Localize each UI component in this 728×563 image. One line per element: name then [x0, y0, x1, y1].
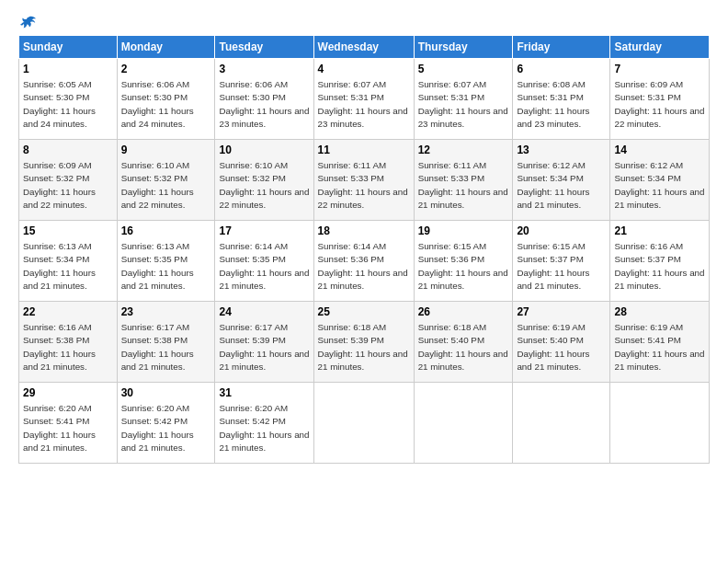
calendar-cell: 22 Sunrise: 6:16 AMSunset: 5:38 PMDaylig… — [19, 302, 118, 383]
day-number: 8 — [23, 143, 113, 157]
day-info: Sunrise: 6:17 AMSunset: 5:39 PMDaylight:… — [219, 322, 309, 372]
page: SundayMondayTuesdayWednesdayThursdayFrid… — [0, 0, 728, 563]
day-info: Sunrise: 6:19 AMSunset: 5:41 PMDaylight:… — [614, 322, 704, 372]
calendar-cell: 29 Sunrise: 6:20 AMSunset: 5:41 PMDaylig… — [19, 383, 118, 464]
calendar-cell: 27 Sunrise: 6:19 AMSunset: 5:40 PMDaylig… — [513, 302, 610, 383]
calendar-cell: 23 Sunrise: 6:17 AMSunset: 5:38 PMDaylig… — [117, 302, 215, 383]
day-number: 14 — [614, 143, 705, 157]
calendar-cell: 3 Sunrise: 6:06 AMSunset: 5:30 PMDayligh… — [215, 59, 313, 140]
header-saturday: Saturday — [610, 36, 710, 59]
day-number: 23 — [121, 304, 211, 319]
day-number: 21 — [614, 224, 705, 238]
day-info: Sunrise: 6:11 AMSunset: 5:33 PMDaylight:… — [418, 160, 508, 210]
calendar-cell: 18 Sunrise: 6:14 AMSunset: 5:36 PMDaylig… — [313, 221, 414, 302]
header — [18, 15, 710, 28]
day-number: 10 — [219, 143, 309, 157]
day-number: 30 — [121, 385, 211, 400]
day-number: 9 — [121, 143, 211, 157]
day-number: 1 — [23, 62, 113, 76]
day-info: Sunrise: 6:16 AMSunset: 5:38 PMDaylight:… — [23, 322, 96, 372]
day-info: Sunrise: 6:20 AMSunset: 5:41 PMDaylight:… — [23, 403, 96, 453]
day-info: Sunrise: 6:12 AMSunset: 5:34 PMDaylight:… — [614, 160, 704, 210]
calendar-cell: 12 Sunrise: 6:11 AMSunset: 5:33 PMDaylig… — [414, 140, 513, 221]
calendar-cell: 21 Sunrise: 6:16 AMSunset: 5:37 PMDaylig… — [610, 221, 710, 302]
calendar-cell: 24 Sunrise: 6:17 AMSunset: 5:39 PMDaylig… — [215, 302, 313, 383]
day-number: 22 — [23, 304, 113, 319]
calendar-cell: 10 Sunrise: 6:10 AMSunset: 5:32 PMDaylig… — [215, 140, 313, 221]
day-number: 26 — [418, 304, 509, 319]
header-wednesday: Wednesday — [313, 36, 414, 59]
day-number: 11 — [318, 143, 410, 157]
logo-bird-icon — [20, 15, 37, 31]
calendar-cell — [414, 383, 513, 464]
day-number: 16 — [121, 224, 211, 238]
day-info: Sunrise: 6:20 AMSunset: 5:42 PMDaylight:… — [121, 403, 194, 453]
day-info: Sunrise: 6:09 AMSunset: 5:31 PMDaylight:… — [614, 79, 704, 129]
day-number: 31 — [219, 385, 309, 400]
calendar-cell: 11 Sunrise: 6:11 AMSunset: 5:33 PMDaylig… — [313, 140, 414, 221]
calendar-cell: 14 Sunrise: 6:12 AMSunset: 5:34 PMDaylig… — [610, 140, 710, 221]
day-info: Sunrise: 6:17 AMSunset: 5:38 PMDaylight:… — [121, 322, 194, 372]
day-info: Sunrise: 6:10 AMSunset: 5:32 PMDaylight:… — [121, 160, 194, 210]
day-number: 17 — [219, 224, 309, 238]
calendar-week-2: 8 Sunrise: 6:09 AMSunset: 5:32 PMDayligh… — [19, 140, 710, 221]
calendar-body: 1 Sunrise: 6:05 AMSunset: 5:30 PMDayligh… — [19, 59, 710, 464]
day-info: Sunrise: 6:05 AMSunset: 5:30 PMDaylight:… — [23, 79, 96, 129]
day-number: 25 — [318, 304, 410, 319]
calendar-week-5: 29 Sunrise: 6:20 AMSunset: 5:41 PMDaylig… — [19, 383, 710, 464]
calendar-week-4: 22 Sunrise: 6:16 AMSunset: 5:38 PMDaylig… — [19, 302, 710, 383]
day-number: 7 — [614, 62, 705, 76]
calendar-cell: 16 Sunrise: 6:13 AMSunset: 5:35 PMDaylig… — [117, 221, 215, 302]
day-number: 12 — [418, 143, 509, 157]
day-number: 6 — [517, 62, 606, 76]
day-number: 24 — [219, 304, 309, 319]
day-number: 27 — [517, 304, 606, 319]
day-info: Sunrise: 6:08 AMSunset: 5:31 PMDaylight:… — [517, 79, 589, 129]
day-info: Sunrise: 6:07 AMSunset: 5:31 PMDaylight:… — [418, 79, 508, 129]
day-info: Sunrise: 6:19 AMSunset: 5:40 PMDaylight:… — [517, 322, 589, 372]
day-info: Sunrise: 6:09 AMSunset: 5:32 PMDaylight:… — [23, 160, 96, 210]
day-info: Sunrise: 6:06 AMSunset: 5:30 PMDaylight:… — [219, 79, 309, 129]
day-number: 19 — [418, 224, 509, 238]
day-info: Sunrise: 6:06 AMSunset: 5:30 PMDaylight:… — [121, 79, 194, 129]
day-info: Sunrise: 6:18 AMSunset: 5:39 PMDaylight:… — [318, 322, 408, 372]
day-number: 28 — [614, 304, 705, 319]
calendar-table: SundayMondayTuesdayWednesdayThursdayFrid… — [18, 35, 710, 464]
header-friday: Friday — [513, 36, 610, 59]
calendar-cell: 5 Sunrise: 6:07 AMSunset: 5:31 PMDayligh… — [414, 59, 513, 140]
day-number: 5 — [418, 62, 509, 76]
day-number: 3 — [219, 62, 309, 76]
calendar-cell: 28 Sunrise: 6:19 AMSunset: 5:41 PMDaylig… — [610, 302, 710, 383]
day-number: 4 — [318, 62, 410, 76]
calendar-cell: 7 Sunrise: 6:09 AMSunset: 5:31 PMDayligh… — [610, 59, 710, 140]
calendar-header-row: SundayMondayTuesdayWednesdayThursdayFrid… — [19, 36, 710, 59]
day-number: 20 — [517, 224, 606, 238]
calendar-cell: 6 Sunrise: 6:08 AMSunset: 5:31 PMDayligh… — [513, 59, 610, 140]
calendar-cell: 15 Sunrise: 6:13 AMSunset: 5:34 PMDaylig… — [19, 221, 118, 302]
day-info: Sunrise: 6:16 AMSunset: 5:37 PMDaylight:… — [614, 241, 704, 291]
day-info: Sunrise: 6:14 AMSunset: 5:36 PMDaylight:… — [318, 241, 408, 291]
logo — [18, 15, 37, 28]
day-number: 2 — [121, 62, 211, 76]
day-number: 18 — [318, 224, 410, 238]
day-info: Sunrise: 6:07 AMSunset: 5:31 PMDaylight:… — [318, 79, 408, 129]
day-info: Sunrise: 6:11 AMSunset: 5:33 PMDaylight:… — [318, 160, 408, 210]
calendar-cell: 4 Sunrise: 6:07 AMSunset: 5:31 PMDayligh… — [313, 59, 414, 140]
header-tuesday: Tuesday — [215, 36, 313, 59]
calendar-cell — [610, 383, 710, 464]
day-number: 13 — [517, 143, 606, 157]
calendar-cell: 30 Sunrise: 6:20 AMSunset: 5:42 PMDaylig… — [117, 383, 215, 464]
calendar-cell — [513, 383, 610, 464]
day-info: Sunrise: 6:10 AMSunset: 5:32 PMDaylight:… — [219, 160, 309, 210]
header-thursday: Thursday — [414, 36, 513, 59]
calendar-cell — [313, 383, 414, 464]
day-info: Sunrise: 6:18 AMSunset: 5:40 PMDaylight:… — [418, 322, 508, 372]
day-number: 15 — [23, 224, 113, 238]
calendar-cell: 25 Sunrise: 6:18 AMSunset: 5:39 PMDaylig… — [313, 302, 414, 383]
calendar-cell: 8 Sunrise: 6:09 AMSunset: 5:32 PMDayligh… — [19, 140, 118, 221]
day-info: Sunrise: 6:13 AMSunset: 5:34 PMDaylight:… — [23, 241, 96, 291]
calendar-week-3: 15 Sunrise: 6:13 AMSunset: 5:34 PMDaylig… — [19, 221, 710, 302]
calendar-cell: 1 Sunrise: 6:05 AMSunset: 5:30 PMDayligh… — [19, 59, 118, 140]
header-sunday: Sunday — [19, 36, 118, 59]
calendar-cell: 26 Sunrise: 6:18 AMSunset: 5:40 PMDaylig… — [414, 302, 513, 383]
